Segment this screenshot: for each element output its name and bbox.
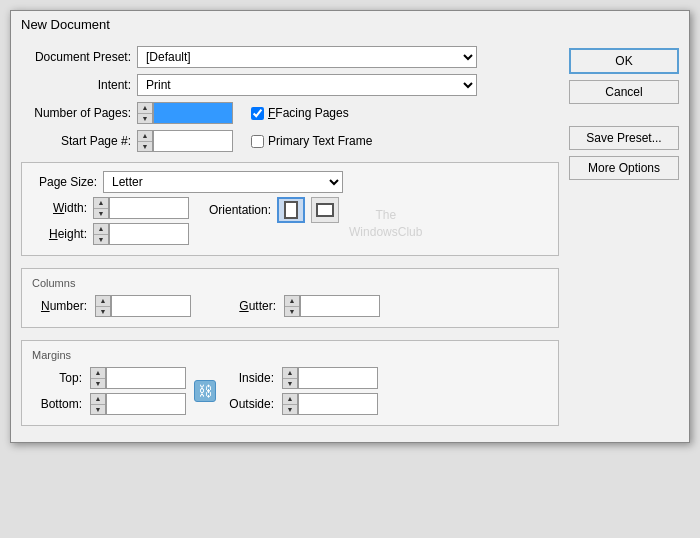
top-up-btn[interactable]: ▲ [91, 368, 105, 379]
bottom-down-btn[interactable]: ▼ [91, 405, 105, 415]
height-up-btn[interactable]: ▲ [94, 224, 108, 235]
num-pages-spinner: ▲ ▼ 1 [137, 102, 233, 124]
num-pages-row: Number of Pages: ▲ ▼ 1 FFacing Pages [21, 102, 559, 124]
margins-section: Margins Top: ▲ ▼ 3p0 [21, 340, 559, 426]
new-document-dialog: New Document Document Preset: [Default] … [10, 10, 690, 443]
gutter-group: Gutter: ▲ ▼ 1p0 [221, 295, 380, 317]
intent-select[interactable]: Print Web Digital Publishing [137, 74, 477, 96]
num-pages-down-btn[interactable]: ▼ [138, 114, 152, 124]
gutter-label: Gutter: [221, 299, 276, 313]
page-size-row: Page Size: Letter Legal Tabloid A4 A3 Cu… [32, 171, 548, 193]
portrait-btn[interactable] [277, 197, 305, 223]
start-page-up-btn[interactable]: ▲ [138, 131, 152, 142]
outside-spinner-btns: ▲ ▼ [282, 393, 298, 415]
landscape-btn[interactable] [311, 197, 339, 223]
cancel-button[interactable]: Cancel [569, 80, 679, 104]
page-size-select[interactable]: Letter Legal Tabloid A4 A3 Custom [103, 171, 343, 193]
outside-down-btn[interactable]: ▼ [283, 405, 297, 415]
num-pages-spinner-btns: ▲ ▼ [137, 102, 153, 124]
primary-text-frame-row: Primary Text Frame [251, 134, 372, 148]
outside-label: Outside: [224, 397, 274, 411]
page-size-section: Page Size: Letter Legal Tabloid A4 A3 Cu… [21, 162, 559, 256]
height-input[interactable]: 66p0 [109, 223, 189, 245]
start-page-down-btn[interactable]: ▼ [138, 142, 152, 152]
bottom-input[interactable]: 3p0 [106, 393, 186, 415]
width-spinner: ▲ ▼ 51p0 [93, 197, 189, 219]
outside-margin-row: Outside: ▲ ▼ 3p0 [224, 393, 378, 415]
columns-title: Columns [32, 277, 548, 289]
width-label: Width: [32, 201, 87, 215]
gutter-spinner-btns: ▲ ▼ [284, 295, 300, 317]
facing-pages-checkbox[interactable] [251, 107, 264, 120]
col-number-group: Number: ▲ ▼ 1 [32, 295, 191, 317]
inside-input[interactable]: 3p0 [298, 367, 378, 389]
facing-pages-row: FFacing Pages [251, 106, 349, 120]
number-down-btn[interactable]: ▼ [96, 307, 110, 317]
top-spinner: ▲ ▼ 3p0 [90, 367, 186, 389]
bottom-up-btn[interactable]: ▲ [91, 394, 105, 405]
more-options-button[interactable]: More Options [569, 156, 679, 180]
gutter-spinner: ▲ ▼ 1p0 [284, 295, 380, 317]
portrait-icon [284, 201, 298, 219]
num-pages-up-btn[interactable]: ▲ [138, 103, 152, 114]
dialog-body: Document Preset: [Default] Custom Intent… [11, 36, 689, 442]
width-up-btn[interactable]: ▲ [94, 198, 108, 209]
document-preset-select[interactable]: [Default] Custom [137, 46, 477, 68]
width-row: Width: ▲ ▼ 51p0 [32, 197, 189, 219]
link-margins-btn[interactable]: ⛓ [194, 380, 216, 402]
width-down-btn[interactable]: ▼ [94, 209, 108, 219]
top-label: Top: [32, 371, 82, 385]
start-page-row: Start Page #: ▲ ▼ 1 Primary Text Frame [21, 130, 559, 152]
gutter-input[interactable]: 1p0 [300, 295, 380, 317]
height-spinner: ▲ ▼ 66p0 [93, 223, 189, 245]
start-page-spinner-btns: ▲ ▼ [137, 130, 153, 152]
start-page-input[interactable]: 1 [153, 130, 233, 152]
height-row: Height: ▲ ▼ 66p0 [32, 223, 189, 245]
width-spinner-btns: ▲ ▼ [93, 197, 109, 219]
number-input[interactable]: 1 [111, 295, 191, 317]
inside-spinner-btns: ▲ ▼ [282, 367, 298, 389]
bottom-margin-row: Bottom: ▲ ▼ 3p0 [32, 393, 186, 415]
landscape-icon [316, 203, 334, 217]
ok-button[interactable]: OK [569, 48, 679, 74]
intent-label: Intent: [21, 78, 131, 92]
wh-orientation-area: Width: ▲ ▼ 51p0 Height: [32, 197, 548, 245]
top-down-btn[interactable]: ▼ [91, 379, 105, 389]
facing-pages-label: FFacing Pages [268, 106, 349, 120]
left-panel: Document Preset: [Default] Custom Intent… [21, 46, 559, 430]
primary-text-frame-checkbox[interactable] [251, 135, 264, 148]
gutter-up-btn[interactable]: ▲ [285, 296, 299, 307]
chain-icon: ⛓ [198, 383, 212, 399]
document-preset-label: Document Preset: [21, 50, 131, 64]
bottom-spinner-btns: ▲ ▼ [90, 393, 106, 415]
inside-up-btn[interactable]: ▲ [283, 368, 297, 379]
dialog-title: New Document [11, 11, 689, 36]
primary-text-frame-label: Primary Text Frame [268, 134, 372, 148]
margins-title: Margins [32, 349, 548, 361]
page-size-label: Page Size: [32, 175, 97, 189]
top-margin-row: Top: ▲ ▼ 3p0 [32, 367, 186, 389]
start-page-spinner: ▲ ▼ 1 [137, 130, 233, 152]
inside-down-btn[interactable]: ▼ [283, 379, 297, 389]
inside-spinner: ▲ ▼ 3p0 [282, 367, 378, 389]
height-down-btn[interactable]: ▼ [94, 235, 108, 245]
inside-label: Inside: [224, 371, 274, 385]
columns-row: Number: ▲ ▼ 1 Gutter: [32, 295, 548, 317]
intent-row: Intent: Print Web Digital Publishing [21, 74, 559, 96]
inside-margin-row: Inside: ▲ ▼ 3p0 [224, 367, 378, 389]
number-label: Number: [32, 299, 87, 313]
margins-left-col: Top: ▲ ▼ 3p0 Bottom: [32, 367, 186, 415]
wh-section: Width: ▲ ▼ 51p0 Height: [32, 197, 189, 245]
columns-section: Columns Number: ▲ ▼ 1 Gutter: [21, 268, 559, 328]
height-spinner-btns: ▲ ▼ [93, 223, 109, 245]
outside-up-btn[interactable]: ▲ [283, 394, 297, 405]
title-text: New Document [21, 17, 110, 32]
save-preset-button[interactable]: Save Preset... [569, 126, 679, 150]
top-input[interactable]: 3p0 [106, 367, 186, 389]
width-input[interactable]: 51p0 [109, 197, 189, 219]
num-pages-input[interactable]: 1 [153, 102, 233, 124]
gutter-down-btn[interactable]: ▼ [285, 307, 299, 317]
outside-input[interactable]: 3p0 [298, 393, 378, 415]
orientation-area: Orientation: [209, 197, 339, 223]
number-up-btn[interactable]: ▲ [96, 296, 110, 307]
